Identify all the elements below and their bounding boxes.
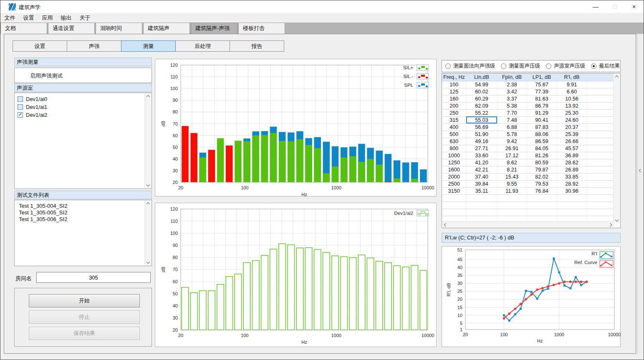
table-cell[interactable]: 33.85 <box>557 173 587 180</box>
radio-icon[interactable] <box>445 63 451 69</box>
sub-tab[interactable]: 设置 <box>13 40 67 52</box>
channel-list-item[interactable]: Dev1/ai0 <box>15 95 152 103</box>
channel-checkbox[interactable] <box>18 112 23 118</box>
scroll-up-icon[interactable] <box>615 76 618 79</box>
result-view-radio[interactable]: 声源室声压级 <box>546 63 588 70</box>
table-cell[interactable]: 55.22 <box>466 109 497 116</box>
scroll-down-icon[interactable] <box>615 218 618 222</box>
channel-checkbox[interactable] <box>18 104 23 110</box>
expand-panel-icon[interactable] <box>639 169 642 172</box>
start-button[interactable]: 开始 <box>29 294 140 307</box>
table-cell[interactable]: 86.79 <box>527 102 557 109</box>
table-cell[interactable]: 26.89 <box>557 166 587 173</box>
table-cell[interactable] <box>442 194 466 201</box>
table-cell[interactable]: 28.62 <box>557 159 587 166</box>
table-cell[interactable]: 8.62 <box>497 159 527 166</box>
maximize-button[interactable]: □ <box>605 0 624 13</box>
scroll-down-icon[interactable] <box>146 260 149 264</box>
table-cell[interactable]: 76.84 <box>527 187 557 194</box>
table-cell[interactable]: 42.21 <box>466 166 497 173</box>
table-cell[interactable]: 86.59 <box>527 138 557 145</box>
table-cell[interactable] <box>587 109 614 116</box>
main-tab[interactable]: 建筑隔声 <box>143 23 190 34</box>
table-cell[interactable]: 26.66 <box>557 138 587 145</box>
table-cell[interactable] <box>442 201 466 209</box>
table-cell[interactable] <box>587 138 614 145</box>
test-file-item[interactable]: Test 1_305-004_SI2 <box>15 203 152 209</box>
table-cell[interactable] <box>466 209 497 216</box>
test-file-scrollbar[interactable] <box>144 201 151 265</box>
table-cell[interactable]: 39.84 <box>466 180 497 187</box>
table-cell[interactable]: 1600 <box>442 166 466 173</box>
table-cell[interactable] <box>557 194 587 201</box>
table-cell[interactable]: 11.93 <box>497 187 527 194</box>
table-cell[interactable] <box>527 209 557 216</box>
table-cell[interactable]: 315 <box>442 116 466 123</box>
table-cell[interactable]: 25.30 <box>557 109 587 116</box>
main-tab[interactable]: 文档 <box>0 23 47 34</box>
table-cell[interactable]: 3.37 <box>497 95 527 102</box>
table-cell[interactable] <box>497 201 527 209</box>
table-cell[interactable]: 9.91 <box>557 81 587 88</box>
table-cell[interactable]: 82.02 <box>527 173 557 180</box>
table-cell[interactable]: 88.06 <box>527 131 557 138</box>
table-cell[interactable]: 87.83 <box>527 123 557 131</box>
table-cell[interactable]: 54.99 <box>466 81 497 88</box>
table-cell[interactable] <box>527 194 557 201</box>
table-cell[interactable] <box>587 95 614 102</box>
table-cell[interactable] <box>587 166 614 173</box>
table-cell[interactable] <box>497 194 527 201</box>
table-cell[interactable]: 8.21 <box>497 166 527 173</box>
table-cell[interactable] <box>587 187 614 194</box>
table-cell[interactable]: 9.55 <box>497 180 527 187</box>
channel-list-item[interactable]: Dev1/ai1 <box>15 103 152 111</box>
menu-item[interactable]: 应用 <box>38 14 57 22</box>
table-cell[interactable]: 500 <box>442 131 466 138</box>
table-cell[interactable]: 60.29 <box>466 95 497 102</box>
stop-button[interactable]: 停止 <box>29 310 140 324</box>
table-cell[interactable]: 26.91 <box>497 145 527 152</box>
room-name-input[interactable] <box>36 272 151 283</box>
test-file-item[interactable]: Test 1_305-005_SI2 <box>15 209 152 216</box>
table-cell[interactable]: 55.03 <box>466 116 497 123</box>
table-cell[interactable]: 2000 <box>442 173 466 180</box>
table-cell[interactable]: 80.59 <box>527 159 557 166</box>
table-cell[interactable]: 77.39 <box>527 88 557 95</box>
menu-item[interactable]: 设置 <box>19 14 38 22</box>
table-cell[interactable]: 90.41 <box>527 116 557 123</box>
table-cell[interactable] <box>587 81 614 88</box>
table-cell[interactable] <box>587 116 614 123</box>
table-cell[interactable]: 51.90 <box>466 131 497 138</box>
menu-item[interactable]: 输出 <box>57 14 76 22</box>
table-cell[interactable] <box>527 201 557 209</box>
table-cell[interactable]: 24.60 <box>557 116 587 123</box>
table-cell[interactable] <box>442 209 466 216</box>
table-hscrollbar[interactable] <box>442 221 614 228</box>
scroll-up-icon[interactable] <box>146 95 149 98</box>
table-cell[interactable] <box>587 145 614 152</box>
table-cell[interactable]: 15.43 <box>497 173 527 180</box>
table-cell[interactable] <box>587 180 614 187</box>
table-cell[interactable]: 200 <box>442 102 466 109</box>
table-cell[interactable] <box>587 152 614 159</box>
channel-checkbox[interactable] <box>18 96 23 102</box>
table-cell[interactable] <box>587 88 614 95</box>
result-view-radio[interactable]: 测量面法向声强级 <box>445 63 498 70</box>
result-view-radio[interactable]: 最后结果 <box>591 63 623 70</box>
source-room-scrollbar[interactable] <box>144 93 151 188</box>
scroll-right-icon[interactable] <box>609 223 612 226</box>
table-cell[interactable]: 81.63 <box>527 95 557 102</box>
table-cell[interactable] <box>587 102 614 109</box>
table-cell[interactable]: 36.89 <box>557 152 587 159</box>
radio-icon[interactable] <box>591 63 596 69</box>
table-cell[interactable]: 49.16 <box>466 138 497 145</box>
table-cell[interactable]: 5.78 <box>497 131 527 138</box>
table-cell[interactable]: 79.87 <box>527 166 557 173</box>
radio-icon[interactable] <box>501 63 506 69</box>
table-cell[interactable]: 30.96 <box>557 187 587 194</box>
table-cell[interactable]: 75.67 <box>527 81 557 88</box>
table-cell[interactable]: 35.11 <box>466 187 497 194</box>
close-button[interactable]: × <box>624 0 644 13</box>
table-cell[interactable] <box>587 201 614 209</box>
table-cell[interactable] <box>587 194 614 201</box>
